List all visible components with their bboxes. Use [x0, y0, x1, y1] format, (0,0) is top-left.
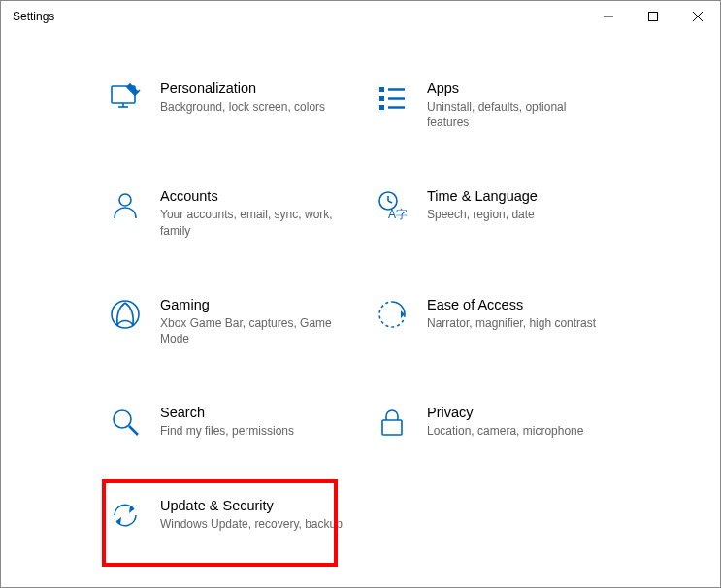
svg-rect-10	[379, 105, 384, 110]
category-time-language[interactable]: A字 Time & Language Speech, region, date	[375, 188, 632, 238]
category-title: Update & Security	[160, 498, 343, 513]
personalization-icon	[108, 81, 143, 115]
search-icon	[108, 405, 143, 440]
category-personalization[interactable]: Personalization Background, lock screen,…	[108, 81, 365, 130]
category-title: Ease of Access	[427, 297, 596, 312]
category-title: Search	[160, 405, 294, 420]
category-title: Accounts	[160, 188, 344, 204]
category-desc: Windows Update, recovery, backup	[160, 516, 343, 532]
minimize-button[interactable]	[586, 1, 631, 32]
close-button[interactable]	[675, 1, 720, 32]
category-desc: Background, lock screen, colors	[160, 99, 325, 114]
close-icon	[693, 12, 703, 21]
ease-of-access-icon	[375, 297, 410, 332]
svg-point-21	[114, 410, 131, 428]
svg-point-19	[112, 301, 139, 328]
category-desc: Find my files, permissions	[160, 423, 294, 439]
apps-icon	[375, 81, 410, 115]
svg-point-14	[119, 194, 131, 206]
maximize-icon	[648, 12, 658, 21]
window-title: Settings	[13, 10, 54, 23]
accounts-icon	[108, 188, 143, 223]
category-desc: Xbox Game Bar, captures, Game Mode	[160, 315, 344, 346]
category-desc: Your accounts, email, sync, work, family	[160, 207, 344, 238]
gaming-icon	[108, 297, 143, 332]
category-desc: Uninstall, defaults, optional features	[427, 99, 611, 130]
category-ease-of-access[interactable]: Ease of Access Narrator, magnifier, high…	[375, 297, 632, 346]
maximize-button[interactable]	[631, 1, 675, 32]
category-title: Personalization	[160, 81, 325, 96]
category-desc: Location, camera, microphone	[427, 423, 583, 439]
svg-rect-9	[379, 96, 384, 101]
category-desc: Speech, region, date	[427, 207, 538, 222]
category-title: Apps	[427, 81, 611, 96]
category-desc: Narrator, magnifier, high contrast	[427, 315, 596, 331]
minimize-icon	[604, 12, 613, 21]
svg-rect-8	[379, 87, 384, 92]
svg-line-22	[129, 426, 138, 435]
category-title: Time & Language	[427, 188, 538, 204]
time-language-icon: A字	[375, 188, 410, 223]
settings-grid: Personalization Background, lock screen,…	[108, 81, 681, 533]
update-security-icon	[108, 498, 143, 533]
titlebar: Settings	[1, 1, 720, 32]
svg-line-17	[388, 201, 392, 203]
category-accounts[interactable]: Accounts Your accounts, email, sync, wor…	[108, 188, 365, 238]
category-title: Privacy	[427, 405, 583, 420]
window-controls	[586, 1, 720, 32]
category-title: Gaming	[160, 297, 344, 312]
privacy-icon	[375, 405, 410, 440]
category-update-security[interactable]: Update & Security Windows Update, recove…	[108, 498, 365, 533]
settings-content: Personalization Background, lock screen,…	[1, 32, 720, 533]
svg-text:A字: A字	[388, 208, 408, 221]
category-privacy[interactable]: Privacy Location, camera, microphone	[375, 405, 632, 440]
category-gaming[interactable]: Gaming Xbox Game Bar, captures, Game Mod…	[108, 297, 365, 346]
category-search[interactable]: Search Find my files, permissions	[108, 405, 365, 440]
svg-line-7	[138, 90, 140, 92]
svg-rect-1	[649, 13, 658, 21]
category-apps[interactable]: Apps Uninstall, defaults, optional featu…	[375, 81, 632, 130]
svg-rect-23	[382, 420, 402, 435]
